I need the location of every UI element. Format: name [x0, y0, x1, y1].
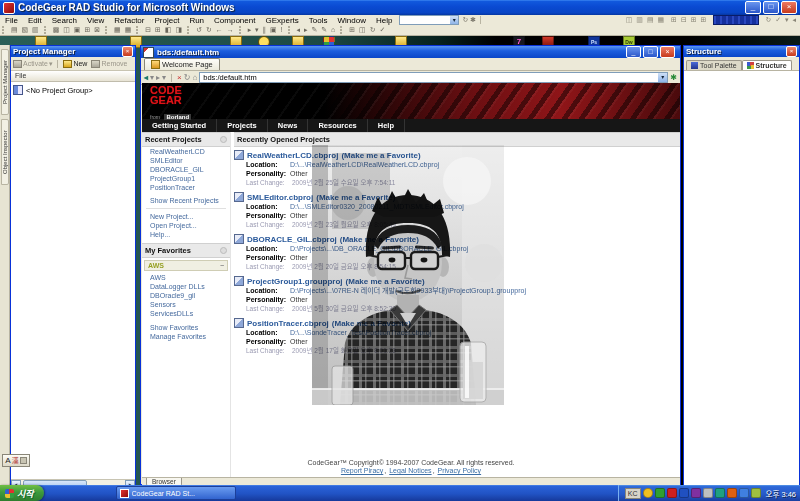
tray-icon[interactable] [679, 488, 689, 498]
collapse-icon[interactable] [220, 136, 227, 143]
close-icon[interactable]: × [122, 46, 133, 57]
tree-item-no-project-group[interactable]: <No Project Group> [11, 82, 135, 98]
close-button[interactable]: × [781, 1, 797, 14]
refresh-icon[interactable]: ↻ [184, 73, 191, 83]
show-favorites-link[interactable]: Show Favorites [142, 323, 230, 332]
gexperts-combobox[interactable]: ▾ [399, 15, 459, 25]
tray-icon[interactable] [739, 488, 749, 498]
toolbar-edit-group[interactable]: ▩ ◫ ▣ ⊞ ⊠ [51, 26, 103, 34]
ime-language-chip[interactable]: A 漢 [2, 454, 30, 467]
legal-notices-link[interactable]: Legal Notices [389, 467, 431, 474]
menu-edit[interactable]: Edit [23, 16, 47, 25]
stop-icon[interactable]: × [177, 73, 182, 83]
toolbar-grip[interactable] [2, 26, 7, 34]
chevron-down-icon[interactable]: ▾ [450, 16, 458, 24]
menu-tools[interactable]: Tools [304, 16, 333, 25]
favorite-link-dboracle9[interactable]: DBOracle9_gil [142, 291, 230, 300]
ime-indicator[interactable]: KC [625, 488, 641, 499]
favorite-link-sensors[interactable]: Sensors [142, 300, 230, 309]
tray-icon[interactable] [667, 488, 677, 498]
menu-file[interactable]: File [0, 16, 23, 25]
toolbar-grip[interactable] [105, 26, 110, 34]
collapse-icon[interactable] [220, 247, 227, 254]
sidebar-link-realweatherlcd[interactable]: RealWeatherLCD [142, 147, 230, 156]
toolbar-file-group[interactable]: ▤ ▧ ▥ [9, 26, 42, 34]
help-link[interactable]: Help... [142, 230, 230, 239]
privacy-policy-link[interactable]: Privacy Policy [438, 467, 482, 474]
toolbar-grip[interactable] [187, 26, 192, 34]
menu-help[interactable]: Help [371, 16, 397, 25]
nav-resources[interactable]: Resources [308, 119, 367, 132]
menu-component[interactable]: Component [209, 16, 260, 25]
ime-options-icon[interactable] [20, 457, 27, 464]
tray-icon[interactable] [643, 488, 653, 498]
remove-button[interactable]: Remove [89, 60, 129, 68]
ime-toolbar-icons[interactable]: ◫ ▥ ▤ ▦ [623, 16, 668, 24]
tab-project-manager[interactable]: Project Manager [1, 49, 9, 115]
minimize-button[interactable]: _ [745, 1, 761, 14]
structure-titlebar[interactable]: Structure × [684, 46, 799, 57]
tray-icon[interactable] [655, 488, 665, 498]
favorite-link-servicesdlls[interactable]: ServicesDLLs [142, 309, 230, 318]
tray-icon[interactable] [691, 488, 701, 498]
toolbar-desktop-group[interactable]: ◂ ▸ ✎ ✎ ⌂ [295, 26, 339, 34]
activate-button[interactable]: Activate ▾ [11, 60, 54, 68]
ime-toolbar-icons[interactable]: ⊞ ⊟ ⊞ ⊞ [668, 16, 710, 24]
tab-structure[interactable]: Structure [742, 60, 792, 70]
search-field-selected[interactable] [713, 15, 759, 25]
tray-icon[interactable] [703, 488, 713, 498]
taskbar-button-codegear[interactable]: CodeGear RAD St... [116, 486, 236, 500]
collapse-minus-icon[interactable]: − [220, 262, 224, 269]
file-column-header[interactable]: File [11, 71, 135, 82]
maximize-button[interactable]: □ [643, 46, 658, 58]
toolbar-grip[interactable] [136, 26, 141, 34]
toolbar-misc-group[interactable]: ⊞ ◫ ↻ ✓ [347, 26, 388, 34]
address-dropdown-icon[interactable]: ▾ [658, 73, 667, 82]
sidebar-link-dboracle-gil[interactable]: DBORACLE_GIL [142, 165, 230, 174]
close-button[interactable]: × [660, 46, 675, 58]
gexperts-refresh-icon[interactable]: ↻ [462, 16, 468, 24]
tab-welcome-page[interactable]: Welcome Page [144, 58, 220, 70]
nav-projects[interactable]: Projects [217, 119, 268, 132]
menu-gexperts[interactable]: GExperts [260, 16, 303, 25]
menu-view[interactable]: View [82, 16, 109, 25]
toolbar-debug-group[interactable]: ▸ ▾ ∥ ▣ ! [246, 26, 286, 34]
new-project-link[interactable]: New Project... [142, 212, 230, 221]
tab-object-inspector[interactable]: Object Inspector [1, 119, 9, 185]
gexperts-go-icon[interactable]: ✱ [470, 16, 476, 24]
bds-titlebar[interactable]: bds:/default.htm _ □ × [141, 46, 680, 58]
toolbar-history-group[interactable]: ↺ ↻ ← → [194, 26, 237, 34]
project-name-link[interactable]: SMLEditor.cbproj [247, 193, 313, 202]
back-dropdown-icon[interactable]: ▾ [150, 73, 154, 83]
go-icon[interactable]: ✱ [670, 73, 677, 83]
menu-search[interactable]: Search [47, 16, 82, 25]
tray-icon[interactable] [751, 488, 761, 498]
new-button[interactable]: New [61, 60, 89, 68]
address-input[interactable]: bds:/default.htm ▾ [199, 72, 668, 83]
nav-news[interactable]: News [268, 119, 309, 132]
sidebar-link-projectgroup1[interactable]: ProjectGroup1 [142, 174, 230, 183]
project-manager-titlebar[interactable]: Project Manager × [11, 46, 135, 57]
favorites-group-aws[interactable]: AWS − [144, 260, 228, 271]
menu-refactor[interactable]: Refactor [109, 16, 149, 25]
favorite-link-datalogger[interactable]: DataLogger DLLs [142, 282, 230, 291]
menu-window[interactable]: Window [332, 16, 370, 25]
taskbar-clock[interactable]: 오후 3:46 [766, 488, 796, 499]
back-icon[interactable]: ◂ [144, 73, 148, 83]
start-button[interactable]: 시작 [0, 485, 44, 501]
close-icon[interactable]: × [786, 46, 797, 57]
toolbar-grip[interactable] [239, 26, 244, 34]
ime-toolbar-icons[interactable]: ↻ ✓ ▾ ◂ [762, 16, 800, 24]
tray-icon[interactable] [715, 488, 725, 498]
home-icon[interactable]: ⌂ [192, 73, 197, 83]
manage-favorites-link[interactable]: Manage Favorites [142, 332, 230, 341]
favorite-link-aws[interactable]: AWS [142, 273, 230, 282]
toolbar-grip[interactable] [340, 26, 345, 34]
open-project-link[interactable]: Open Project... [142, 221, 230, 230]
sidebar-link-positiontracer[interactable]: PositionTracer [142, 183, 230, 192]
toolbar-align-group[interactable]: ⊟ ⊞ ◧ ◨ [143, 26, 185, 34]
forward-icon[interactable]: ▸ [156, 73, 160, 83]
tray-icon[interactable] [727, 488, 737, 498]
report-piracy-link[interactable]: Report Piracy [341, 467, 383, 474]
show-recent-projects-link[interactable]: Show Recent Projects [142, 196, 230, 205]
